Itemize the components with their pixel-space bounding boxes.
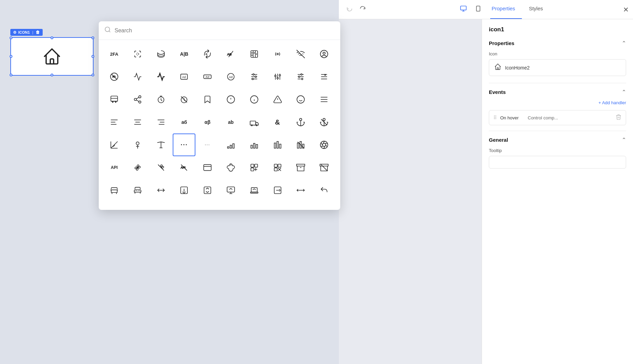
icon-browser[interactable] [196, 156, 219, 179]
icon-ab-test[interactable]: A|B [173, 43, 195, 65]
icon-laptop-arrow[interactable] [243, 179, 266, 202]
icon-monitor-arrow[interactable] [219, 179, 242, 202]
icon-no-grid[interactable] [266, 156, 289, 179]
resize-handle-ml[interactable] [10, 55, 12, 58]
icon-timer[interactable] [150, 88, 172, 111]
icon-anchor-slash[interactable] [313, 111, 335, 133]
icon-dots3-selected[interactable]: ··· [173, 133, 195, 156]
icon-sliders-h[interactable] [243, 65, 266, 88]
icon-warning-tri[interactable] [266, 88, 289, 111]
icon-dots3-sm[interactable]: ··· [196, 133, 219, 156]
icon-2fa[interactable]: 2FA [103, 43, 126, 65]
icon-api-text[interactable]: API [103, 156, 126, 179]
resize-handle-tl[interactable] [10, 36, 12, 39]
icon-anchor[interactable] [289, 111, 312, 133]
properties-chevron-icon[interactable]: ⌃ [622, 40, 626, 46]
icon-api-slash[interactable]: API [173, 156, 195, 179]
general-chevron-icon[interactable]: ⌃ [622, 137, 626, 143]
icon-arr-up-down-inner[interactable] [196, 179, 219, 202]
icon-person-circle[interactable] [313, 43, 335, 65]
icon-selector[interactable]: IconHome2 [489, 59, 626, 76]
icon-ampersand[interactable]: & [266, 111, 289, 133]
icon-ankh[interactable] [126, 133, 149, 156]
icon-arr-down-inner[interactable] [173, 179, 195, 202]
icon-armchair[interactable] [126, 179, 149, 202]
icon-bus[interactable] [103, 88, 126, 111]
icon-x-sliders[interactable] [313, 65, 335, 88]
icon-radio-wave[interactable] [266, 43, 289, 65]
svg-point-67 [297, 96, 305, 103]
icon-list-right[interactable] [150, 111, 172, 133]
resize-handle-mr[interactable] [92, 55, 94, 58]
icon-list-center[interactable] [126, 111, 149, 133]
svg-rect-101 [254, 143, 255, 148]
icon-ab-loop[interactable]: B [196, 43, 219, 65]
icons-scroll-area[interactable]: 2FA A|B B AB [99, 40, 340, 204]
icon-arrows-lr[interactable] [289, 179, 312, 202]
icon-no-wifi[interactable] [289, 43, 312, 65]
icon-box-arrow[interactable] [266, 179, 289, 202]
icon-no-archive[interactable] [313, 156, 335, 179]
icon-aperture[interactable] [313, 133, 335, 156]
tab-styles[interactable]: Styles [522, 0, 550, 19]
events-chevron-icon[interactable]: ⌃ [622, 89, 626, 95]
icon-no-bar[interactable] [289, 133, 312, 156]
icon-alpha-latin[interactable]: ab [219, 111, 242, 133]
icon-no-alarm[interactable] [173, 88, 195, 111]
icon-fan[interactable] [126, 156, 149, 179]
icon-no-fan[interactable] [150, 156, 172, 179]
icon-ad-circle[interactable]: Ad [219, 65, 242, 88]
trash-icon[interactable]: 🗑 [36, 30, 40, 35]
icon-list-left[interactable] [103, 111, 126, 133]
desktop-device-button[interactable] [457, 3, 470, 16]
resize-handle-bm[interactable] [51, 74, 53, 76]
resize-handle-bl[interactable] [10, 74, 12, 76]
canvas-component[interactable]: ⚙ ICON1 | 🗑 [10, 29, 94, 72]
icon-archive[interactable] [289, 156, 312, 179]
icon-arrows-horizontal[interactable] [150, 179, 172, 202]
mobile-device-button[interactable] [472, 3, 485, 16]
icon-bookmark[interactable] [196, 88, 219, 111]
resize-handle-tm[interactable] [51, 36, 53, 39]
icon-alpha-cyrillic[interactable]: аб [173, 111, 195, 133]
icon-warning-circle[interactable] [243, 88, 266, 111]
icon-activity-bold[interactable] [150, 65, 172, 88]
drag-handle-icon[interactable]: ⠿ [493, 115, 497, 120]
resize-handle-tr[interactable] [92, 36, 94, 39]
icon-ad-box[interactable]: Ad [173, 65, 195, 88]
icon-bar-chart-mid[interactable] [243, 133, 266, 156]
icon-alert-circle[interactable] [219, 88, 242, 111]
svg-rect-106 [298, 143, 299, 148]
icon-share[interactable] [126, 88, 149, 111]
undo-button[interactable] [344, 3, 355, 15]
icon-return-arrow[interactable] [313, 179, 335, 202]
icon-ambulance[interactable] [243, 111, 266, 133]
icon-emoji[interactable] [289, 88, 312, 111]
redo-button[interactable] [357, 3, 368, 15]
icon-ad-rect[interactable]: Ad! [196, 65, 219, 88]
close-panel-button[interactable]: ✕ [622, 0, 630, 19]
icon-activity[interactable] [126, 65, 149, 88]
icon-sliders-v[interactable] [266, 65, 289, 88]
icon-no-ads[interactable]: AD [103, 65, 126, 88]
icon-sofa[interactable] [103, 179, 126, 202]
icon-ab-slash[interactable]: AB [219, 43, 242, 65]
icon-angle[interactable] [103, 133, 126, 156]
tooltip-input[interactable] [489, 156, 626, 169]
resize-handle-br[interactable] [92, 74, 94, 76]
icon-tune[interactable] [289, 65, 312, 88]
add-handler-button[interactable]: + Add handler [598, 100, 626, 105]
icon-3d-rotate[interactable] [150, 43, 172, 65]
icon-grid-plus[interactable] [243, 156, 266, 179]
icon-apple-fruit[interactable] [219, 156, 242, 179]
icon-alpha-greek[interactable]: αβ [196, 111, 219, 133]
icon-search-input[interactable] [115, 28, 335, 34]
icon-abacus[interactable] [243, 43, 266, 65]
icon-menu-lines[interactable] [313, 88, 335, 111]
icon-bar-chart-low[interactable] [219, 133, 242, 156]
delete-handler-icon[interactable] [615, 114, 622, 121]
tab-properties[interactable]: Properties [485, 0, 522, 19]
icon-bar-chart-high[interactable] [266, 133, 289, 156]
icon-focus[interactable] [126, 43, 149, 65]
icon-antenna[interactable] [150, 133, 172, 156]
